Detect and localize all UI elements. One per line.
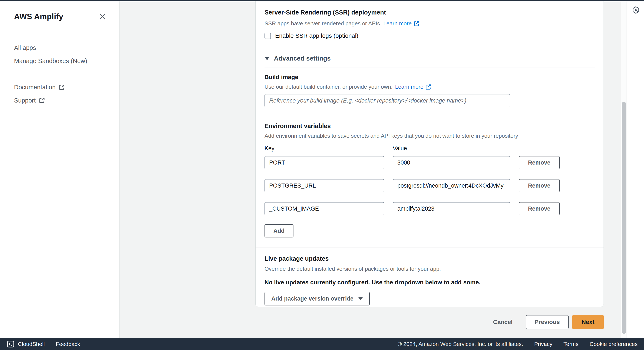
cloudshell-terminal-icon <box>7 340 14 348</box>
env-key-input[interactable] <box>264 202 384 215</box>
add-package-version-override-dropdown[interactable]: Add package version override <box>264 292 370 305</box>
environment-variables-description: Add environment variables to save secret… <box>264 133 594 139</box>
sidebar-links: Documentation Support <box>0 72 119 116</box>
wizard-actions: Cancel Previous Next <box>493 315 604 329</box>
ssr-logs-checkbox-label: Enable SSR app logs (optional) <box>275 33 358 39</box>
amazon-q-icon[interactable] <box>632 6 640 14</box>
remove-env-var-button[interactable]: Remove <box>519 179 560 192</box>
next-button[interactable]: Next <box>572 315 604 329</box>
ssr-logs-checkbox-row: Enable SSR app logs (optional) <box>264 33 594 39</box>
main-content-area: Server-Side Rendering (SSR) deployment S… <box>120 1 621 338</box>
env-key-label: Key <box>264 145 393 152</box>
sidebar-item-manage-sandboxes[interactable]: Manage Sandboxes (New) <box>0 54 119 68</box>
advanced-settings-toggle[interactable]: Advanced settings <box>264 55 594 62</box>
env-var-row: Remove <box>264 202 594 215</box>
add-env-var-button[interactable]: Add <box>264 224 294 237</box>
footer-left: CloudShell Feedback <box>7 340 80 348</box>
app-settings-card: Server-Side Rendering (SSR) deployment S… <box>255 1 604 307</box>
advanced-settings-divider <box>264 68 594 68</box>
env-key-input[interactable] <box>264 179 384 192</box>
env-key-input[interactable] <box>264 156 384 169</box>
footer-link-cookie-preferences[interactable]: Cookie preferences <box>590 341 638 347</box>
external-link-icon <box>39 97 45 104</box>
env-value-input[interactable] <box>393 179 510 192</box>
environment-variables-heading: Environment variables <box>264 123 594 130</box>
footer-link-privacy[interactable]: Privacy <box>534 341 552 347</box>
cloudshell-button[interactable]: CloudShell <box>7 340 45 348</box>
env-var-row: Remove <box>264 179 594 192</box>
previous-button[interactable]: Previous <box>526 315 568 329</box>
env-value-input[interactable] <box>393 202 510 215</box>
remove-env-var-button[interactable]: Remove <box>519 156 560 169</box>
section-divider <box>256 48 604 48</box>
ssr-deployment-description: SSR apps have server-rendered pages or A… <box>264 20 594 27</box>
ssr-learn-more-link[interactable]: Learn more <box>383 20 420 27</box>
live-package-updates-heading: Live package updates <box>264 255 594 262</box>
external-link-icon <box>413 21 420 27</box>
section-divider <box>256 247 604 247</box>
ssr-logs-checkbox[interactable] <box>264 33 271 39</box>
console-footer: CloudShell Feedback © 2024, Amazon Web S… <box>0 338 644 350</box>
cancel-button[interactable]: Cancel <box>493 319 512 325</box>
feedback-button[interactable]: Feedback <box>56 341 80 347</box>
vertical-scrollbar-thumb[interactable] <box>622 102 626 334</box>
env-value-input[interactable] <box>393 156 510 169</box>
build-image-label: Build image <box>264 74 594 81</box>
env-value-label: Value <box>393 145 407 152</box>
build-image-input[interactable] <box>264 94 510 107</box>
caret-down-icon <box>264 57 270 60</box>
env-var-row: Remove <box>264 156 594 169</box>
env-column-labels: Key Value <box>264 145 594 152</box>
footer-link-terms[interactable]: Terms <box>564 341 578 347</box>
sidebar-nav: All apps Manage Sandboxes (New) <box>0 32 119 72</box>
live-package-updates-description: Override the default installed versions … <box>264 266 594 272</box>
sidebar-header: AWS Amplify <box>0 1 119 32</box>
external-link-icon <box>58 84 65 90</box>
close-sidebar-button[interactable] <box>98 12 107 21</box>
sidebar-item-all-apps[interactable]: All apps <box>0 41 119 54</box>
footer-right: © 2024, Amazon Web Services, Inc. or its… <box>398 341 638 347</box>
sidebar-title: AWS Amplify <box>14 12 63 21</box>
ssr-deployment-heading: Server-Side Rendering (SSR) deployment <box>264 9 594 16</box>
caret-down-icon <box>358 297 363 300</box>
build-image-learn-more-link[interactable]: Learn more <box>395 84 432 90</box>
advanced-settings-heading: Advanced settings <box>274 55 331 62</box>
sidebar-item-support[interactable]: Support <box>0 94 119 107</box>
external-link-icon <box>425 84 432 90</box>
help-side-rail <box>627 1 644 338</box>
live-package-updates-empty-message: No live updates currently configured. Us… <box>264 279 594 286</box>
build-image-description: Use our default build container, or prov… <box>264 84 594 90</box>
copyright-text: © 2024, Amazon Web Services, Inc. or its… <box>398 341 523 347</box>
remove-env-var-button[interactable]: Remove <box>519 202 560 215</box>
amplify-sidebar: AWS Amplify All apps Manage Sandboxes (N… <box>0 1 120 338</box>
sidebar-item-documentation[interactable]: Documentation <box>0 81 119 94</box>
close-icon <box>99 13 106 20</box>
